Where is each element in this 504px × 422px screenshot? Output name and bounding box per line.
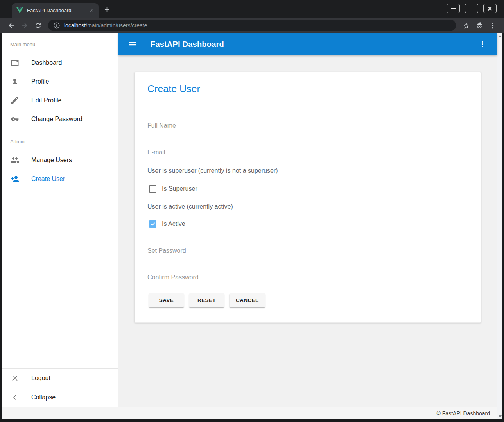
forward-button[interactable] [19, 20, 30, 31]
app-title: FastAPI Dashboard [151, 40, 224, 49]
key-icon [10, 114, 20, 124]
sidebar: Main menu Dashboard Profile [2, 33, 118, 407]
chevron-left-icon [10, 393, 20, 402]
full-name-field-wrapper [147, 119, 469, 132]
sidebar-section-header-main-menu: Main menu [2, 35, 118, 54]
sidebar-item-label: Profile [31, 78, 49, 85]
scroll-up-arrow-icon[interactable] [499, 35, 502, 37]
sidebar-item-change-password[interactable]: Change Password [2, 110, 118, 129]
minimize-icon [451, 8, 456, 9]
confirm-password-input[interactable] [147, 271, 469, 284]
superuser-checkbox-row: Is Superuser [149, 184, 197, 193]
url-host: localhost [64, 22, 86, 29]
sidebar-item-label: Edit Profile [31, 97, 61, 104]
browser-window: FastAPI Dashboard localhost/m [0, 0, 504, 422]
close-icon [488, 6, 492, 11]
sidebar-item-label: Logout [31, 375, 50, 382]
sidebar-item-create-user[interactable]: Create User [2, 170, 118, 188]
dashboard-icon [10, 58, 20, 68]
app-menu-icon[interactable] [478, 39, 487, 49]
url-path: /main/admin/users/create [86, 22, 147, 29]
superuser-hint: User is superuser (currently is not a su… [147, 166, 278, 175]
tab-title: FastAPI Dashboard [27, 7, 88, 13]
set-password-input[interactable] [147, 244, 469, 257]
superuser-checkbox[interactable] [149, 185, 156, 193]
browser-toolbar: localhost/main/admin/users/create [0, 18, 504, 33]
back-button[interactable] [6, 20, 17, 31]
cancel-button[interactable]: CANCEL [230, 293, 265, 307]
sidebar-item-logout[interactable]: Logout [2, 369, 118, 388]
email-field-wrapper [147, 146, 469, 159]
active-checkbox-label[interactable]: Is Active [162, 220, 185, 227]
sidebar-section-header-admin: Admin [2, 132, 118, 151]
people-icon [10, 156, 20, 165]
new-tab-button[interactable] [102, 5, 111, 14]
site-info-icon[interactable] [53, 22, 60, 29]
hamburger-menu-icon[interactable] [128, 39, 138, 49]
person-icon [10, 77, 20, 86]
reload-button[interactable] [32, 20, 43, 31]
window-controls [447, 4, 497, 13]
browser-menu-icon[interactable] [487, 20, 498, 31]
page-footer: © FastAPI Dashboard [2, 407, 497, 419]
scrollbar[interactable] [497, 33, 502, 419]
email-input[interactable] [147, 146, 469, 159]
url-bar[interactable]: localhost/main/admin/users/create [48, 20, 456, 31]
window-close-button[interactable] [483, 4, 497, 13]
browser-tab[interactable]: FastAPI Dashboard [12, 3, 99, 18]
sidebar-item-manage-users[interactable]: Manage Users [2, 151, 118, 170]
reset-button[interactable]: RESET [189, 293, 224, 307]
sidebar-item-dashboard[interactable]: Dashboard [2, 54, 118, 72]
window-minimize-button[interactable] [447, 4, 460, 13]
tab-close-icon[interactable] [88, 7, 95, 14]
active-checkbox-row: Is Active [149, 219, 185, 229]
save-button[interactable]: SAVE [149, 293, 184, 307]
incognito-icon [474, 20, 485, 31]
copyright-text: © FastAPI Dashboard [437, 410, 490, 417]
logout-x-icon [10, 374, 20, 383]
window-maximize-button[interactable] [465, 4, 478, 13]
sidebar-item-label: Change Password [31, 116, 83, 123]
page-background: Create User User is superuser (currently… [118, 55, 497, 407]
sidebar-item-label: Collapse [31, 394, 56, 401]
sidebar-item-label: Create User [31, 175, 65, 182]
page-title: Create User [147, 83, 200, 95]
form-buttons-row: SAVE RESET CANCEL [149, 293, 265, 307]
active-checkbox[interactable] [149, 220, 156, 228]
scroll-down-arrow-icon[interactable] [499, 415, 502, 418]
full-name-input[interactable] [147, 119, 469, 132]
sidebar-item-label: Manage Users [31, 157, 72, 164]
app-bar: FastAPI Dashboard [118, 33, 497, 55]
vue-logo-icon [16, 7, 23, 14]
sidebar-item-collapse[interactable]: Collapse [2, 388, 118, 407]
person-add-icon [10, 174, 20, 184]
active-hint: User is active (currently active) [147, 202, 233, 211]
set-password-field-wrapper [147, 244, 469, 257]
maximize-icon [470, 7, 474, 10]
checkmark-icon [150, 221, 156, 227]
browser-titlebar: FastAPI Dashboard [0, 0, 504, 18]
bookmark-star-icon[interactable] [461, 20, 472, 31]
content-area: FastAPI Dashboard Create User [118, 33, 497, 407]
sidebar-item-edit-profile[interactable]: Edit Profile [2, 91, 118, 110]
pencil-icon [10, 96, 20, 105]
confirm-password-field-wrapper [147, 271, 469, 284]
superuser-checkbox-label[interactable]: Is Superuser [162, 185, 197, 192]
sidebar-item-label: Dashboard [31, 59, 62, 66]
create-user-card: Create User User is superuser (currently… [135, 72, 481, 323]
sidebar-item-profile[interactable]: Profile [2, 72, 118, 91]
page-body: Main menu Dashboard Profile [2, 33, 502, 419]
